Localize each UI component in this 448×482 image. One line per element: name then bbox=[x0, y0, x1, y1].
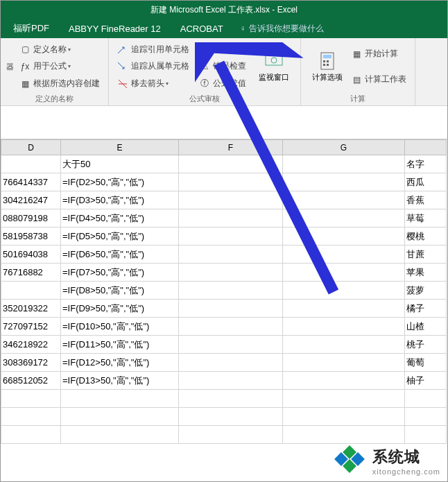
cell[interactable]: 名字 bbox=[405, 155, 447, 173]
cell[interactable]: 桃子 bbox=[405, 336, 447, 354]
define-name-button[interactable]: ▢ 定义名称▾ bbox=[17, 42, 103, 57]
cell[interactable] bbox=[1, 282, 61, 300]
table-row[interactable]: 668512052=IF(D13>50,"高","低")柚子 bbox=[1, 372, 447, 390]
table-row[interactable]: =IF(D8>50,"高","低")菠萝 bbox=[1, 282, 447, 300]
cell[interactable]: 橘子 bbox=[405, 300, 447, 318]
use-in-formula-button[interactable]: ƒx 用于公式▾ bbox=[17, 59, 103, 74]
cell[interactable] bbox=[179, 191, 283, 209]
cell[interactable]: 葡萄 bbox=[405, 354, 447, 372]
watch-window-button[interactable]: 监视窗口 bbox=[253, 41, 295, 92]
cell[interactable]: 柚子 bbox=[405, 372, 447, 390]
table-row[interactable] bbox=[1, 408, 447, 426]
cell[interactable] bbox=[283, 209, 405, 227]
cell[interactable]: =IF(D9>50,"高","低") bbox=[61, 300, 179, 318]
cell[interactable]: 甘蔗 bbox=[405, 246, 447, 264]
cell[interactable] bbox=[61, 426, 179, 444]
tab-foxit[interactable]: 福昕PDF bbox=[3, 18, 59, 39]
trace-precedents-button[interactable]: 追踪引用单元格 bbox=[114, 42, 192, 57]
cell[interactable]: =IF(D3>50,"高","低") bbox=[61, 191, 179, 209]
column-headers[interactable]: D E F G bbox=[1, 140, 447, 155]
table-row[interactable]: 76716882=IF(D7>50,"高","低")苹果 bbox=[1, 264, 447, 282]
cell[interactable]: 308369172 bbox=[1, 354, 61, 372]
cell[interactable] bbox=[179, 209, 283, 227]
cell[interactable] bbox=[283, 390, 405, 408]
calc-options-button[interactable]: 计算选项 bbox=[307, 41, 348, 92]
tab-acrobat[interactable]: ACROBAT bbox=[171, 19, 233, 38]
cell[interactable]: =IF(D5>50,"高","低") bbox=[61, 227, 179, 246]
calc-now-button[interactable]: ▦ 开始计算 bbox=[348, 46, 409, 61]
cell[interactable]: 088079198 bbox=[1, 209, 61, 227]
cell[interactable] bbox=[283, 300, 405, 318]
cell[interactable]: 727097152 bbox=[1, 318, 61, 336]
cell[interactable]: =IF(D13>50,"高","低") bbox=[61, 372, 179, 390]
cell[interactable] bbox=[179, 264, 283, 282]
cell[interactable] bbox=[283, 408, 405, 426]
name-manager-side[interactable]: 器 bbox=[6, 62, 14, 72]
cell[interactable] bbox=[179, 300, 283, 318]
trace-dependents-button[interactable]: 追踪从属单元格 bbox=[114, 59, 192, 74]
cell[interactable] bbox=[179, 246, 283, 264]
remove-arrows-button[interactable]: 移去箭头▾ bbox=[114, 76, 192, 91]
cell[interactable] bbox=[283, 264, 405, 282]
cell[interactable] bbox=[283, 426, 405, 444]
cell[interactable] bbox=[283, 227, 405, 246]
col-header-e[interactable]: E bbox=[61, 140, 179, 155]
cell[interactable] bbox=[179, 408, 283, 426]
cell[interactable]: 西瓜 bbox=[405, 173, 447, 191]
table-row[interactable]: 088079198=IF(D4>50,"高","低")草莓 bbox=[1, 209, 447, 227]
spreadsheet-grid[interactable]: D E F G 大于50名字766414337=IF(D2>50,"高","低"… bbox=[1, 139, 447, 444]
cell[interactable] bbox=[405, 426, 447, 444]
col-header-h[interactable] bbox=[405, 140, 447, 155]
cell[interactable]: 樱桃 bbox=[405, 227, 447, 246]
tell-me-search[interactable]: ♀ 告诉我你想要做什么 bbox=[240, 23, 324, 35]
cell[interactable] bbox=[179, 282, 283, 300]
error-check-button[interactable]: ⚠ 错误检查 bbox=[196, 59, 249, 74]
cell[interactable]: 山楂 bbox=[405, 318, 447, 336]
cell[interactable]: =IF(D7>50,"高","低") bbox=[61, 264, 179, 282]
cell[interactable]: 304216247 bbox=[1, 191, 61, 209]
cell[interactable]: 76716882 bbox=[1, 264, 61, 282]
cell[interactable] bbox=[179, 318, 283, 336]
cell[interactable]: 766414337 bbox=[1, 173, 61, 191]
cell[interactable]: =IF(D10>50,"高","低") bbox=[61, 318, 179, 336]
show-formulas-button[interactable]: 🔣 显示公式 bbox=[196, 42, 249, 57]
col-header-f[interactable]: F bbox=[179, 140, 283, 155]
cell[interactable]: 草莓 bbox=[405, 209, 447, 227]
table-row[interactable]: 501694038=IF(D6>50,"高","低")甘蔗 bbox=[1, 246, 447, 264]
cell[interactable] bbox=[179, 336, 283, 354]
cell[interactable] bbox=[283, 191, 405, 209]
cell[interactable] bbox=[179, 227, 283, 246]
table-row[interactable]: 346218922=IF(D11>50,"高","低")桃子 bbox=[1, 336, 447, 354]
table-row[interactable]: 304216247=IF(D3>50,"高","低")香蕉 bbox=[1, 191, 447, 209]
col-header-d[interactable]: D bbox=[1, 140, 61, 155]
cell[interactable]: =IF(D11>50,"高","低") bbox=[61, 336, 179, 354]
cell[interactable]: 581958738 bbox=[1, 227, 61, 246]
cell[interactable] bbox=[179, 354, 283, 372]
tab-abbyy[interactable]: ABBYY FineReader 12 bbox=[59, 19, 171, 38]
table-row[interactable]: 727097152=IF(D10>50,"高","低")山楂 bbox=[1, 318, 447, 336]
cell[interactable]: =IF(D6>50,"高","低") bbox=[61, 246, 179, 264]
cell[interactable] bbox=[283, 173, 405, 191]
cell[interactable] bbox=[405, 390, 447, 408]
cell[interactable] bbox=[1, 426, 61, 444]
cell[interactable]: 501694038 bbox=[1, 246, 61, 264]
col-header-g[interactable]: G bbox=[283, 140, 405, 155]
cell[interactable]: =IF(D4>50,"高","低") bbox=[61, 209, 179, 227]
cell[interactable] bbox=[179, 426, 283, 444]
cell[interactable] bbox=[283, 246, 405, 264]
cell[interactable]: =IF(D12>50,"高","低") bbox=[61, 354, 179, 372]
cell[interactable] bbox=[179, 390, 283, 408]
cell[interactable]: 346218922 bbox=[1, 336, 61, 354]
cell[interactable] bbox=[179, 173, 283, 191]
calc-sheet-button[interactable]: ▤ 计算工作表 bbox=[348, 72, 409, 87]
evaluate-formula-button[interactable]: ⓕ 公式求值 bbox=[196, 76, 249, 91]
table-row[interactable]: 大于50名字 bbox=[1, 155, 447, 173]
table-row[interactable]: 581958738=IF(D5>50,"高","低")樱桃 bbox=[1, 227, 447, 246]
cell[interactable]: 352019322 bbox=[1, 300, 61, 318]
cell[interactable] bbox=[405, 408, 447, 426]
cell[interactable]: 668512052 bbox=[1, 372, 61, 390]
cell[interactable] bbox=[1, 408, 61, 426]
formula-bar[interactable] bbox=[1, 106, 447, 139]
cell[interactable] bbox=[283, 282, 405, 300]
cell[interactable] bbox=[283, 336, 405, 354]
